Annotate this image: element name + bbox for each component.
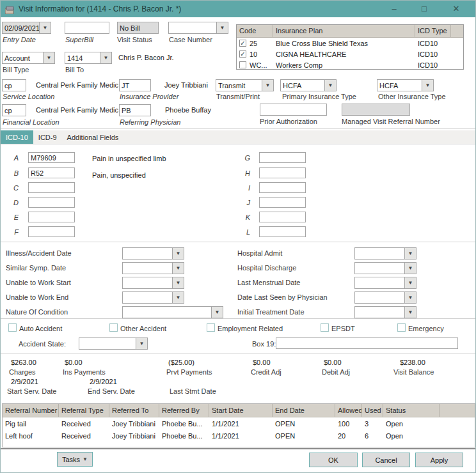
primary-insurance-type-select[interactable]: HCFA ▼: [280, 79, 337, 91]
dx-code-input-b[interactable]: [28, 167, 75, 178]
dx-code-input-d[interactable]: [28, 197, 75, 208]
auto-accident-checkbox[interactable]: [8, 323, 17, 332]
dx-letter: I: [241, 184, 250, 192]
employment-related-checkbox[interactable]: [207, 323, 215, 332]
other-accident-checkbox[interactable]: [109, 323, 118, 332]
referral-row[interactable]: Pig tail Received Joey Tribbiani Phoebe …: [3, 417, 475, 430]
other-insurance-type-value: HCFA: [377, 80, 422, 91]
insurance-checkbox[interactable]: ✓: [239, 40, 246, 47]
column-header-referred-to[interactable]: Referred To: [109, 404, 159, 417]
cancel-button[interactable]: Cancel: [362, 453, 410, 467]
case-number-select[interactable]: ▼: [168, 22, 228, 34]
close-button[interactable]: ✕: [447, 1, 465, 17]
minimize-button[interactable]: –: [385, 1, 403, 17]
column-header-icd-type[interactable]: ICD Type: [415, 25, 451, 37]
dx-code-input-a[interactable]: [28, 152, 75, 163]
tasks-button[interactable]: Tasks ▼: [57, 452, 93, 467]
initial-treatment-date-select[interactable]: ▼: [354, 306, 416, 318]
column-header-used[interactable]: Used: [362, 404, 383, 417]
column-header-referral-number[interactable]: Referral Number: [3, 404, 59, 417]
chevron-down-icon[interactable]: ▼: [211, 307, 223, 318]
case-number-value: [169, 22, 216, 33]
entry-date-select[interactable]: 02/09/2021 ▼: [2, 22, 51, 34]
insurance-checkbox[interactable]: [239, 61, 246, 68]
referral-row[interactable]: Left hoof Received Joey Tribbiani Phoebe…: [3, 430, 475, 442]
chevron-down-icon[interactable]: ▼: [404, 307, 416, 318]
column-header-referred-by[interactable]: Referred By: [159, 404, 209, 417]
chevron-down-icon[interactable]: ▼: [172, 248, 184, 259]
tab-icd-10[interactable]: ICD-10: [1, 130, 33, 144]
tab-additional-fields[interactable]: Additional Fields: [62, 130, 124, 144]
dx-code-input-k[interactable]: [259, 212, 306, 222]
insurance-row[interactable]: ✓25 Blue Cross Blue Shield Texas ICD10: [237, 38, 463, 49]
dx-code-input-l[interactable]: [259, 226, 306, 237]
similar-symp-date-select[interactable]: ▼: [122, 262, 184, 274]
dx-code-input-f[interactable]: [28, 226, 75, 237]
dx-code-input-e[interactable]: [28, 212, 75, 222]
insurance-row[interactable]: WC... Workers Comp ICD10: [237, 59, 463, 70]
chevron-down-icon[interactable]: ▼: [172, 277, 184, 288]
chevron-down-icon[interactable]: ▼: [172, 263, 184, 274]
hospital-admit-select[interactable]: ▼: [354, 247, 416, 260]
emergency-checkbox[interactable]: [397, 323, 406, 332]
chevron-down-icon[interactable]: ▼: [136, 338, 147, 349]
bill-to-select[interactable]: 1414 ▼: [65, 52, 112, 64]
column-header-plan[interactable]: Insurance Plan: [273, 25, 415, 37]
chevron-down-icon[interactable]: ▼: [216, 22, 228, 33]
insurance-row[interactable]: ✓10 CIGNA HEALTHCARE ICD10: [237, 49, 463, 59]
illness-accident-date-select[interactable]: ▼: [122, 247, 184, 260]
chevron-down-icon[interactable]: ▼: [422, 80, 433, 91]
chevron-down-icon[interactable]: ▼: [262, 80, 273, 91]
referring-physician-input[interactable]: [119, 104, 151, 116]
service-location-input[interactable]: [2, 79, 26, 91]
insurance-checkbox[interactable]: ✓: [239, 50, 246, 58]
box19-input[interactable]: [276, 337, 458, 349]
prior-authorization-input[interactable]: [260, 104, 327, 116]
other-insurance-type-select[interactable]: HCFA ▼: [377, 79, 434, 91]
bill-type-select[interactable]: Account ▼: [2, 52, 55, 64]
column-header-start-date[interactable]: Start Date: [209, 404, 273, 417]
ok-button[interactable]: OK: [309, 453, 358, 467]
transmit-print-label: Transmit/Print: [216, 93, 260, 100]
dx-code-input-g[interactable]: [259, 152, 306, 163]
tab-icd-9[interactable]: ICD-9: [33, 130, 62, 144]
chevron-down-icon[interactable]: ▼: [83, 456, 88, 462]
column-header-referral-type[interactable]: Referral Type: [59, 404, 109, 417]
hospital-discharge-select[interactable]: ▼: [354, 262, 416, 274]
superbill-input[interactable]: [65, 22, 109, 34]
maximize-button[interactable]: □: [415, 1, 433, 17]
column-header-status[interactable]: Status: [383, 404, 440, 417]
chevron-down-icon[interactable]: ▼: [43, 52, 54, 63]
unable-work-start-select[interactable]: ▼: [122, 277, 184, 289]
chevron-down-icon[interactable]: ▼: [404, 263, 416, 274]
unable-work-end-select[interactable]: ▼: [122, 291, 184, 304]
chevron-down-icon[interactable]: ▼: [404, 277, 416, 288]
accident-state-select[interactable]: ▼: [79, 337, 148, 350]
dx-code-input-h[interactable]: [259, 167, 306, 178]
column-header-blank: [451, 25, 463, 37]
chevron-down-icon[interactable]: ▼: [172, 292, 184, 303]
financial-location-name: Central Perk Family Medic: [36, 106, 118, 114]
last-menstrual-date-select[interactable]: ▼: [354, 277, 416, 289]
chevron-down-icon[interactable]: ▼: [324, 80, 336, 91]
chevron-down-icon[interactable]: ▼: [100, 52, 111, 63]
start-serv-date-label: Start Serv. Date: [7, 387, 56, 395]
column-header-allowed[interactable]: Allowed: [335, 404, 362, 417]
column-header-code[interactable]: Code: [237, 25, 273, 37]
nature-of-condition-select[interactable]: ▼: [122, 306, 223, 318]
dx-code-input-j[interactable]: [259, 197, 306, 208]
dx-code-input-i[interactable]: [259, 182, 306, 193]
dx-code-input-c[interactable]: [28, 182, 75, 193]
epsdt-checkbox[interactable]: [321, 323, 329, 332]
column-header-end-date[interactable]: End Date: [273, 404, 335, 417]
credit-adj-label: Credit Adj: [251, 368, 282, 376]
apply-button[interactable]: Apply: [415, 453, 463, 467]
chevron-down-icon[interactable]: ▼: [39, 22, 51, 33]
insurance-provider-input[interactable]: [119, 79, 151, 91]
date-last-seen-select[interactable]: ▼: [354, 291, 416, 304]
financial-location-input[interactable]: [2, 104, 26, 116]
transmit-print-select[interactable]: Transmit ▼: [216, 79, 274, 91]
auto-accident-label: Auto Accident: [19, 325, 62, 332]
chevron-down-icon[interactable]: ▼: [404, 248, 416, 259]
chevron-down-icon[interactable]: ▼: [404, 292, 416, 303]
